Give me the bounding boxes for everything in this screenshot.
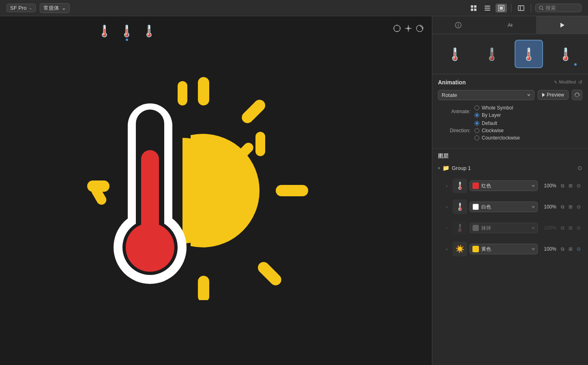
tab-info[interactable] [432, 16, 484, 34]
font-style-chevron-icon: ⌄ [62, 5, 66, 11]
svg-point-40 [126, 223, 174, 272]
animation-section-header: Animation Modified ↺ [438, 79, 582, 86]
layer-more-btn-1[interactable]: ⊙ [575, 182, 582, 189]
layer-item-yellow[interactable]: › ☀️ 黄色 100% ⧉ ⊞ ⊙ [438, 239, 582, 259]
layer-more-btn-3[interactable]: ⊙ [575, 224, 582, 232]
layer-color-select-2[interactable]: 白色 [470, 202, 538, 212]
group-chevron-icon[interactable]: ▾ [438, 166, 440, 170]
color-label-2: 白色 [481, 204, 491, 210]
sidebar-toggle-button[interactable] [515, 4, 527, 13]
layer-screen-btn-4[interactable]: ⊞ [567, 245, 574, 253]
layer-color-select-3[interactable]: 抹掉 [470, 223, 538, 233]
direction-default-option[interactable]: Default [474, 120, 520, 126]
sym-var-3[interactable]: 🌡️ [515, 40, 543, 68]
color-swatch-3 [472, 225, 479, 231]
direction-option-row: Direction: Default Clockwise Counterc [438, 120, 582, 141]
artboard-view-button[interactable] [496, 4, 507, 13]
variant-3[interactable]: 🌡️ [142, 24, 156, 38]
pin-button[interactable] [404, 24, 412, 34]
rotate-view-button[interactable] [416, 24, 424, 34]
font-style-label: 常規体 [43, 4, 59, 12]
search-box[interactable] [535, 4, 582, 12]
layer-screen-btn-2[interactable]: ⊞ [567, 203, 574, 210]
sym-var-1[interactable]: 🌡️ [441, 40, 469, 68]
layer-screen-btn-3[interactable]: ⊞ [567, 224, 574, 232]
sync-button[interactable] [572, 90, 582, 100]
search-input[interactable] [545, 5, 578, 11]
list-view-button[interactable] [482, 4, 493, 13]
layer-color-select-1[interactable]: 红色 [470, 180, 538, 191]
layer-chevron-1[interactable]: › [446, 184, 450, 188]
svg-rect-5 [485, 8, 490, 9]
sym-var-2[interactable]: 🌡️ [478, 40, 506, 68]
group-more-button[interactable]: ⊙ [577, 165, 582, 171]
layer-thumb-2: 🌡️ [453, 200, 467, 214]
font-name-selector[interactable]: SF Pro ⌄ [6, 4, 36, 12]
layer-duplicate-btn-3[interactable]: ⧉ [559, 224, 566, 232]
animate-radio-group: Whole Symbol By Layer [474, 105, 513, 118]
svg-rect-3 [474, 9, 476, 11]
direction-radio-group: Default Clockwise Counterclockwise [474, 120, 520, 141]
grid-view-button[interactable] [468, 4, 479, 13]
color-label-3: 抹掉 [481, 225, 491, 232]
animate-by-layer-option[interactable]: By Layer [474, 112, 513, 118]
direction-options: Direction: Default Clockwise Counterc [438, 120, 582, 141]
layer-chevron-2[interactable]: › [446, 205, 450, 209]
svg-rect-8 [500, 6, 503, 10]
svg-rect-6 [485, 10, 490, 11]
tab-play[interactable] [536, 16, 588, 34]
layer-item-white[interactable]: › 🌡️ 白色 100% ⧉ ⊞ ⊙ [438, 197, 582, 217]
animation-section: Animation Modified ↺ Rotate Preview [432, 74, 588, 148]
variant-dot [126, 39, 128, 41]
layer-duplicate-btn-1[interactable]: ⧉ [559, 182, 566, 189]
svg-rect-41 [87, 180, 109, 192]
direction-clockwise-option[interactable]: Clockwise [474, 128, 520, 133]
direction-counterclockwise-radio[interactable] [474, 135, 479, 140]
animate-whole-symbol-option[interactable]: Whole Symbol [474, 105, 513, 111]
sym-var-4[interactable]: 🌡️ [552, 40, 580, 68]
layer-actions-2: ⧉ ⊞ ⊙ [559, 203, 582, 210]
layer-item-red[interactable]: › 🌡️ 红色 100% ⧉ ⊞ ⊙ [438, 176, 582, 195]
layer-screen-btn-1[interactable]: ⊞ [567, 182, 574, 189]
layer-color-select-4[interactable]: 黄色 [470, 244, 538, 254]
animate-whole-symbol-radio[interactable] [474, 105, 479, 110]
layer-item-erase[interactable]: › 🌡️ 抹掉 100% ⧉ ⊞ ⊙ [438, 218, 582, 238]
direction-default-radio[interactable] [474, 121, 479, 126]
animate-options: Animate: Whole Symbol By Layer [438, 105, 582, 118]
toolbar-divider-2 [531, 4, 531, 12]
layer-duplicate-btn-4[interactable]: ⧉ [559, 245, 566, 253]
animate-option-row: Animate: Whole Symbol By Layer [438, 105, 582, 118]
preview-play-icon [542, 93, 545, 97]
preview-button[interactable]: Preview [538, 90, 569, 100]
layer-more-btn-2[interactable]: ⊙ [575, 203, 582, 210]
font-style-selector[interactable]: 常規体 ⌄ [40, 3, 70, 13]
animation-meta: Modified ↺ [552, 79, 582, 85]
group-name: Group 1 [452, 165, 575, 171]
color-chevron-icon-4 [532, 247, 535, 251]
svg-point-44 [458, 24, 459, 24]
layer-chevron-3[interactable]: › [446, 226, 450, 230]
reset-button[interactable]: ↺ [578, 79, 582, 85]
crosshair-button[interactable] [393, 24, 401, 34]
direction-clockwise-radio[interactable] [474, 128, 479, 133]
color-chevron-icon-3 [532, 226, 535, 230]
toolbar-divider [511, 4, 511, 12]
toolbar: SF Pro ⌄ 常規体 ⌄ [0, 0, 588, 16]
variant-2[interactable]: 🌡️ [120, 24, 134, 38]
layer-chevron-4[interactable]: › [446, 247, 450, 251]
svg-marker-48 [560, 23, 564, 28]
symbol-variants-panel: 🌡️ 🌡️ 🌡️ 🌡️ [432, 34, 588, 74]
canvas-area: 🌡️ 🌡️ 🌡️ [0, 16, 432, 365]
animation-type-select[interactable]: Rotate [438, 90, 534, 100]
variant-1[interactable]: 🌡️ [97, 24, 112, 38]
layer-more-btn-4[interactable]: ⊙ [575, 245, 582, 253]
color-swatch-4 [472, 246, 479, 252]
animate-label: Animate: [438, 109, 470, 114]
direction-counterclockwise-option[interactable]: Counterclockwise [474, 135, 520, 141]
tab-attributes[interactable] [484, 16, 536, 34]
animate-by-layer-radio[interactable] [474, 113, 479, 118]
color-swatch-1 [472, 182, 479, 189]
layer-duplicate-btn-2[interactable]: ⧉ [559, 203, 566, 210]
svg-line-12 [542, 9, 543, 10]
group-row: ▾ 📁 Group 1 ⊙ [438, 163, 582, 173]
